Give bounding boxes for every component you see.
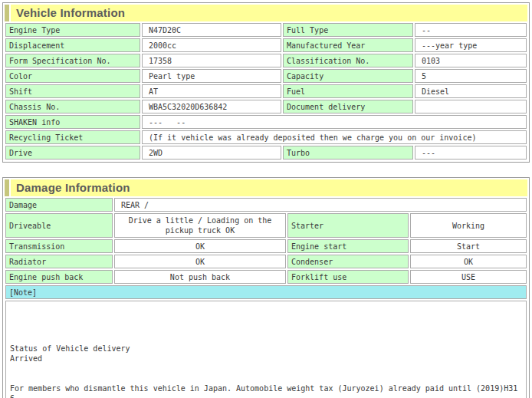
recycling-ticket-value: (If it vehicle was already deposited the… — [142, 130, 527, 144]
table-row: Displacement 2000cc Manufactured Year --… — [5, 38, 527, 52]
form-specification-no-value: 17358 — [142, 54, 281, 67]
chassis-no-value: WBA5C32020D636842 — [142, 100, 281, 113]
shift-value: AT — [142, 84, 281, 98]
radiator-label: Radiator — [5, 255, 113, 268]
vehicle-information-header: Vehicle Information — [5, 5, 527, 21]
damage-information-section: Damage Information Damage REAR / Driveab… — [2, 177, 530, 398]
shaken-info-value: --- -- — [142, 115, 527, 129]
table-row: Transmission OK Engine start Start — [5, 239, 527, 253]
forklift-use-value: USE — [410, 270, 527, 284]
fuel-value: Diesel — [415, 84, 527, 98]
table-row: Status of Vehicle deliveryArrivedFor mem… — [5, 301, 527, 398]
shift-label: Shift — [5, 84, 140, 98]
engine-start-value: Start — [410, 239, 527, 253]
engine-type-value: N47D20C — [142, 23, 281, 37]
shaken-info-label: SHAKEN info — [5, 115, 140, 129]
damage-information-header: Damage Information — [5, 179, 527, 196]
damage-information-title: Damage Information — [11, 179, 527, 196]
table-row: Shift AT Fuel Diesel — [5, 84, 527, 98]
table-row: Radiator OK Condenser OK — [5, 255, 527, 268]
note-text-line — [10, 363, 522, 373]
table-row: Form Specification No. 17358 Classificat… — [5, 54, 527, 67]
note-header: [Note] — [5, 285, 527, 299]
transmission-label: Transmission — [5, 239, 113, 253]
document-delivery-label: Document delivery — [283, 100, 413, 113]
transmission-value: OK — [114, 239, 286, 253]
starter-value: Working — [410, 213, 527, 238]
table-row: Drive 2WD Turbo --- — [5, 146, 527, 160]
note-body-cell: Status of Vehicle deliveryArrivedFor mem… — [5, 301, 527, 398]
note-text-line: Arrived — [10, 354, 522, 363]
note-content: Status of Vehicle deliveryArrivedFor mem… — [10, 324, 522, 398]
damage-label: Damage — [5, 198, 113, 212]
condenser-value: OK — [410, 255, 527, 268]
vehicle-information-table: Engine Type N47D20C Full Type -- Displac… — [4, 21, 528, 161]
engine-push-back-value: Not push back — [114, 270, 286, 284]
engine-start-label: Engine start — [287, 239, 409, 253]
table-row: Chassis No. WBA5C32020D636842 Document d… — [5, 100, 527, 113]
table-row: Damage REAR / — [5, 198, 527, 212]
turbo-label: Turbo — [283, 146, 413, 160]
displacement-value: 2000cc — [142, 38, 281, 52]
damage-value: REAR / — [114, 198, 527, 212]
capacity-value: 5 — [415, 69, 527, 83]
table-row: Driveable Drive a little / Loading on th… — [5, 213, 527, 238]
color-value: Pearl type — [142, 69, 281, 83]
note-text-line: For members who dismantle this vehicle i… — [10, 383, 522, 393]
starter-label: Starter — [287, 213, 409, 238]
manufactured-year-value: ---year type — [415, 38, 527, 52]
recycling-ticket-label: Recycling Ticket — [5, 130, 140, 144]
drive-value: 2WD — [142, 146, 281, 160]
header-accent-bar — [5, 179, 9, 196]
full-type-label: Full Type — [283, 23, 413, 37]
table-row: Engine Type N47D20C Full Type -- — [5, 23, 527, 37]
note-text-line — [10, 373, 522, 383]
table-row: Recycling Ticket (If it vehicle was alre… — [5, 130, 527, 144]
table-row: [Note] — [5, 285, 527, 299]
vehicle-information-title: Vehicle Information — [11, 5, 527, 21]
table-row: Engine push back Not push back Forklift … — [5, 270, 527, 284]
note-text-line: Status of Vehicle delivery — [10, 344, 522, 354]
driveable-value: Drive a little / Loading on the pickup t… — [114, 213, 286, 238]
displacement-label: Displacement — [5, 38, 140, 52]
vehicle-information-section: Vehicle Information Engine Type N47D20C … — [2, 2, 530, 163]
capacity-label: Capacity — [283, 69, 413, 83]
engine-type-label: Engine Type — [5, 23, 140, 37]
radiator-value: OK — [114, 255, 286, 268]
note-text-line — [10, 324, 522, 334]
chassis-no-label: Chassis No. — [5, 100, 140, 113]
forklift-use-label: Forklift use — [287, 270, 409, 284]
form-specification-no-label: Form Specification No. — [5, 54, 140, 67]
damage-information-table: Damage REAR / Driveable Drive a little /… — [4, 196, 528, 398]
turbo-value: --- — [415, 146, 527, 160]
table-row: Color Pearl type Capacity 5 — [5, 69, 527, 83]
document-delivery-value — [415, 100, 527, 113]
table-row: SHAKEN info --- -- — [5, 115, 527, 129]
note-text-line: 6 — [10, 393, 522, 398]
color-label: Color — [5, 69, 140, 83]
engine-push-back-label: Engine push back — [5, 270, 113, 284]
note-text-line — [10, 334, 522, 344]
drive-label: Drive — [5, 146, 140, 160]
full-type-value: -- — [415, 23, 527, 37]
classification-no-label: Classification No. — [283, 54, 413, 67]
classification-no-value: 0103 — [415, 54, 527, 67]
condenser-label: Condenser — [287, 255, 409, 268]
header-accent-bar — [5, 5, 9, 21]
fuel-label: Fuel — [283, 84, 413, 98]
manufactured-year-label: Manufactured Year — [283, 38, 413, 52]
driveable-label: Driveable — [5, 213, 113, 238]
